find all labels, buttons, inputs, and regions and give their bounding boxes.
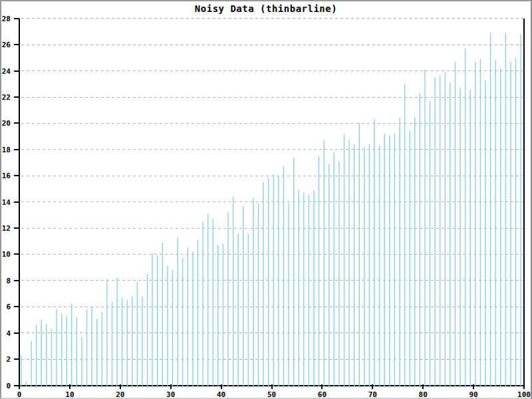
y-tick-label: 4 xyxy=(6,329,11,338)
x-tick-label: 100 xyxy=(517,390,531,399)
y-tick-label: 8 xyxy=(6,277,11,285)
y-axis-ticks: 0246810121416182022242628 xyxy=(2,15,19,390)
y-tick-label: 18 xyxy=(2,146,11,154)
x-tick-label: 80 xyxy=(419,390,428,399)
y-tick-label: 20 xyxy=(2,119,11,128)
y-tick-label: 0 xyxy=(6,382,11,390)
y-tick-label: 14 xyxy=(2,198,11,207)
x-tick-label: 50 xyxy=(267,390,276,399)
x-tick-label: 90 xyxy=(469,390,477,399)
y-tick-label: 22 xyxy=(2,93,11,102)
x-tick-label: 40 xyxy=(217,390,225,399)
bars xyxy=(21,33,521,387)
x-tick-label: 70 xyxy=(368,390,377,399)
y-tick-label: 16 xyxy=(2,172,11,180)
chart-panel: Noisy Data (thinbarline) 024681012141618… xyxy=(0,0,532,399)
y-tick-label: 12 xyxy=(2,224,11,233)
x-tick-label: 60 xyxy=(318,390,327,399)
y-tick-label: 24 xyxy=(2,67,11,76)
y-tick-label: 10 xyxy=(2,250,11,259)
x-tick-label: 0 xyxy=(17,390,22,399)
x-tick-label: 30 xyxy=(166,390,175,399)
y-tick-label: 2 xyxy=(6,355,11,364)
x-tick-label: 10 xyxy=(65,390,74,399)
gridlines xyxy=(21,19,524,359)
x-tick-label: 20 xyxy=(116,390,124,399)
y-tick-label: 28 xyxy=(2,15,11,23)
y-tick-label: 26 xyxy=(2,41,11,49)
y-tick-label: 6 xyxy=(6,303,11,311)
chart-canvas: 0246810121416182022242628010203040506070… xyxy=(1,1,532,399)
